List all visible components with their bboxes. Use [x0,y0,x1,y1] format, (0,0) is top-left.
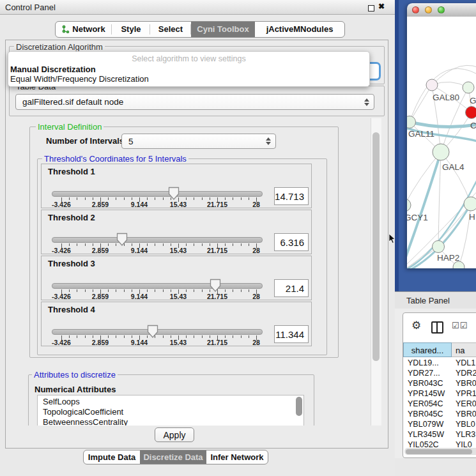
network-node-hap2[interactable] [433,241,445,253]
slider-scale-label: 21.715 [202,339,233,346]
horizontal-scrollbar[interactable] [404,448,476,455]
network-edge[interactable] [407,119,476,127]
tab-discretize-data[interactable]: Discretize Data [140,450,206,464]
table-row[interactable]: YDL19...YDL1 [403,358,476,368]
tab-cyni-toolbox[interactable]: Cyni Toolbox [191,22,255,37]
float-window-icon[interactable] [368,5,374,12]
slider-tick [116,197,116,200]
slider-track[interactable] [52,191,263,197]
slider-scale-label: 21.715 [202,247,233,254]
number-of-intervals-label: Number of Intervals [46,136,124,146]
slider-track[interactable] [52,283,263,289]
slider-scale-label: -3.426 [46,201,77,208]
numerical-attributes-list[interactable]: SelfLoopsTopologicalCoefficientBetweenne… [37,395,304,426]
table-row[interactable]: YLR345WYLR3 [403,429,476,440]
columns-icon[interactable] [431,321,443,334]
slider-tick [186,243,187,246]
close-icon[interactable]: ✖ [378,2,385,11]
column-header-name[interactable]: na [452,342,476,357]
node-label: GAL11 [408,129,434,139]
table-row[interactable]: YPR145WYPR1 [403,388,476,399]
threshold-value-field[interactable]: 14.713 [274,187,309,205]
spinner-arrows-icon [364,98,369,106]
slider-thumb[interactable] [210,279,221,293]
tab-jactivemnodules[interactable]: jActiveMNodules [255,22,344,37]
zoom-traffic-light[interactable] [438,6,445,13]
slider-tick [225,335,226,338]
slider-tick [202,243,203,246]
attribute-item[interactable]: SelfLoops [43,397,80,406]
threshold-label: Threshold 3 [48,259,95,268]
slider-tick [116,335,116,338]
node-label: GAL4 [442,162,464,172]
gear-icon[interactable]: ⚙ [411,319,421,332]
tab-style[interactable]: Style [112,22,150,37]
slider-tick [69,197,70,200]
tab-label: Style [121,24,141,34]
tab-infer-network[interactable]: Infer Network [206,450,268,464]
tab-label: Select [158,24,183,34]
menu-item-equal-width-frequency[interactable]: Equal Width/Frequency Discretization [10,74,149,84]
slider-thumb[interactable] [168,187,180,201]
network-edge[interactable] [441,152,471,204]
node-label: C [470,121,476,130]
slider-tick [233,289,233,292]
table-panel-title: Table Panel [406,296,450,305]
threshold-value-field[interactable]: 21.4 [274,279,309,297]
tab-network[interactable]: Network [56,22,112,37]
network-node-h[interactable] [464,197,476,211]
network-node-gal4[interactable] [433,144,449,160]
slider-scale-label: 28 [241,201,272,208]
slider-tick [163,197,164,200]
cell-name: YER0 [456,399,476,409]
slider-track[interactable] [52,237,263,243]
cell-name: YDR2 [456,368,476,378]
cell-shared-name: YBL079W [408,419,443,429]
attribute-item[interactable]: BetweennessCentrality [43,417,128,426]
table-row[interactable]: YDR27...YDR2 [403,368,476,378]
vertical-scrollbar-thumb[interactable] [372,132,380,361]
vertical-scrollbar[interactable] [371,118,381,426]
network-node-c[interactable] [466,107,476,119]
network-edge[interactable] [410,85,432,122]
table-row[interactable]: YBR045CYBR0 [403,409,476,419]
canvas-left-strip [395,0,399,291]
cell-shared-name: YBR043C [408,378,443,388]
minimize-traffic-light[interactable] [425,6,432,13]
list-scrollbar[interactable] [296,397,302,416]
network-edge[interactable] [407,152,441,205]
close-traffic-light[interactable] [412,6,419,13]
table-data-combobox[interactable]: galFiltered.sif default node [15,94,374,110]
slider-thumb[interactable] [147,325,158,339]
threshold-value-field[interactable]: 11.344 [274,325,309,343]
panel-title: Control Panel [5,3,56,12]
table-row[interactable]: YBR043CYBR0 [403,378,476,388]
table-row[interactable]: YER054CYER0 [403,399,476,409]
node-table: ⚙ ☑☑ shared... na YDL19...YDL1YDR27...YD… [403,312,476,458]
threshold-value-field[interactable]: 6.316 [274,233,309,251]
tab-select[interactable]: Select [150,22,191,37]
attribute-item[interactable]: TopologicalCoefficient [43,407,123,417]
slider-scale-label: 21.715 [202,293,233,300]
network-node-ga[interactable] [463,82,474,93]
slider-scale-label: 15.43 [163,293,194,300]
network-view[interactable]: GAL80GACGAL11GAL4GCY1HHAP2 [407,17,476,268]
table-row[interactable]: YBL079WYBL0 [403,419,476,429]
menu-item-manual-discretization[interactable]: Manual Discretization [10,65,96,74]
apply-button[interactable]: Apply [155,427,194,442]
slider-scale-label: 2.859 [85,293,116,300]
tab-impute-data[interactable]: Impute Data [84,450,140,464]
node-label: GCY1 [407,213,428,222]
discretization-algorithm-title: Discretization Algorithm [14,42,105,52]
slider-tick [241,197,242,200]
horizontal-scrollbar-thumb[interactable] [406,449,472,454]
network-node-gal80[interactable] [426,79,438,91]
slider-thumb[interactable] [116,233,128,247]
slider-tick [93,289,93,292]
select-columns-icon[interactable]: ☑☑ [452,321,468,330]
slider-tick [93,197,93,200]
network-node-gcy1[interactable] [407,199,411,211]
slider-tick [69,243,70,246]
column-header-shared[interactable]: shared... [403,342,452,357]
number-of-intervals-combobox[interactable]: 5 [121,134,276,149]
